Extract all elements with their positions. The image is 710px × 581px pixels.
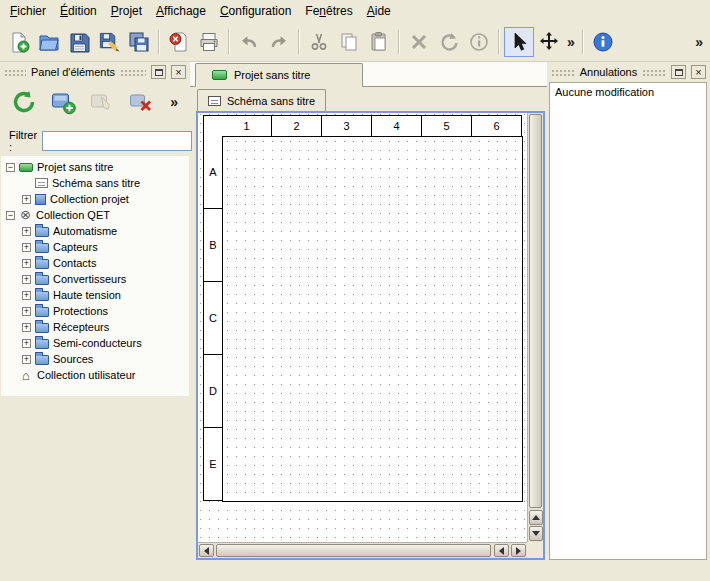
tree-item[interactable]: +Contacts xyxy=(1,255,189,271)
info-icon xyxy=(468,31,490,53)
collapse-icon[interactable]: − xyxy=(6,211,15,220)
elements-panel-titlebar[interactable]: Panel d'éléments × xyxy=(2,64,188,80)
collection-icon xyxy=(35,194,46,205)
save-button[interactable] xyxy=(64,27,94,57)
vertical-scrollbar-thumb[interactable] xyxy=(529,114,542,508)
scroll-down-button[interactable] xyxy=(529,526,543,541)
expand-icon[interactable]: + xyxy=(22,339,31,348)
redo-icon xyxy=(268,31,290,53)
info-button[interactable] xyxy=(464,27,494,57)
save-as-button[interactable] xyxy=(94,27,124,57)
menu-item[interactable]: Fichier xyxy=(3,1,53,21)
move-button[interactable] xyxy=(534,27,564,57)
undo-dock-titlebar[interactable]: Annulations × xyxy=(549,64,708,80)
save-all-button[interactable] xyxy=(124,27,154,57)
expand-icon[interactable]: + xyxy=(22,275,31,284)
about-button[interactable] xyxy=(588,27,618,57)
expand-icon[interactable]: + xyxy=(22,259,31,268)
print-button[interactable] xyxy=(194,27,224,57)
tree-item[interactable]: +Automatisme xyxy=(1,223,189,239)
project-icon xyxy=(212,70,227,80)
tab-diagram[interactable]: Schéma sans titre xyxy=(197,89,326,111)
horizontal-scrollbar-thumb[interactable] xyxy=(216,544,491,557)
menu-item[interactable]: Configuration xyxy=(213,1,298,21)
scroll-left-button-2[interactable] xyxy=(494,544,509,557)
expand-icon[interactable]: + xyxy=(22,291,31,300)
open-button[interactable] xyxy=(34,27,64,57)
new-element-button[interactable] xyxy=(48,87,78,117)
column-header: 4 xyxy=(372,115,422,137)
new-document-button[interactable] xyxy=(4,27,34,57)
scroll-left-button[interactable] xyxy=(199,544,214,557)
vertical-scrollbar[interactable] xyxy=(527,113,543,542)
paste-button[interactable] xyxy=(364,27,394,57)
undo-button[interactable] xyxy=(234,27,264,57)
tree-item[interactable]: +Convertisseurs xyxy=(1,271,189,287)
column-header: 3 xyxy=(322,115,372,137)
dock-float-button[interactable] xyxy=(151,65,166,79)
tree-item-label: Sources xyxy=(53,353,93,365)
cut-button[interactable] xyxy=(304,27,334,57)
status-bar xyxy=(0,562,710,581)
scroll-up-button[interactable] xyxy=(529,510,543,525)
menu-item[interactable]: Aide xyxy=(360,1,398,21)
tree-item[interactable]: ⌂Collection utilisateur xyxy=(1,367,189,383)
select-pointer-button[interactable] xyxy=(504,27,534,57)
diagram-canvas[interactable]: 123456 ABCDE xyxy=(198,113,527,542)
undo-list-item[interactable]: Aucune modification xyxy=(552,85,704,99)
diagram-window: 123456 ABCDE xyxy=(196,111,545,560)
copy-button[interactable] xyxy=(334,27,364,57)
home-icon: ⌂ xyxy=(19,369,33,382)
delete-button[interactable] xyxy=(404,27,434,57)
tree-item-label: Protections xyxy=(53,305,108,317)
edit-element-button[interactable] xyxy=(87,87,117,117)
dock-float-button[interactable] xyxy=(671,65,686,79)
row-header: C xyxy=(203,282,223,355)
menu-item[interactable]: Projet xyxy=(104,1,149,21)
tree-item[interactable]: −Projet sans titre xyxy=(1,159,189,175)
reload-collections-button[interactable] xyxy=(9,87,39,117)
delete-element-button[interactable] xyxy=(126,87,156,117)
tree-item[interactable]: −⊗Collection QET xyxy=(1,207,189,223)
collapse-icon[interactable]: − xyxy=(6,163,15,172)
tree-item[interactable]: +Sources xyxy=(1,351,189,367)
tab-project[interactable]: Projet sans titre xyxy=(195,63,363,87)
tree-item[interactable]: +Capteurs xyxy=(1,239,189,255)
panel-toolbar-overflow-chevron[interactable]: » xyxy=(167,94,181,110)
folder-icon xyxy=(35,227,49,237)
menu-item[interactable]: Fenêtres xyxy=(298,1,359,21)
menu-item[interactable]: Affichage xyxy=(149,1,213,21)
filter-input[interactable] xyxy=(42,131,192,151)
new-element-icon xyxy=(50,89,76,115)
expand-icon[interactable]: + xyxy=(22,243,31,252)
expand-icon[interactable]: + xyxy=(22,195,31,204)
tree-item[interactable]: +Collection projet xyxy=(1,191,189,207)
expand-icon[interactable]: + xyxy=(22,307,31,316)
cut-scissors-icon xyxy=(308,31,330,53)
dock-close-button[interactable]: × xyxy=(691,65,706,79)
tree-item[interactable]: +Semi-conducteurs xyxy=(1,335,189,351)
dock-grip xyxy=(4,68,26,76)
toolbar-extension-chevron[interactable]: » xyxy=(692,34,706,50)
scroll-right-button[interactable] xyxy=(511,544,526,557)
expand-icon[interactable]: + xyxy=(22,323,31,332)
tree-item[interactable]: Schéma sans titre xyxy=(1,175,189,191)
menu-item[interactable]: Édition xyxy=(53,1,104,21)
float-icon xyxy=(155,69,163,76)
horizontal-scrollbar[interactable] xyxy=(198,542,527,558)
dock-close-button[interactable]: × xyxy=(171,65,186,79)
expand-icon[interactable]: + xyxy=(22,355,31,364)
rotate-button[interactable] xyxy=(434,27,464,57)
expand-icon[interactable]: + xyxy=(22,227,31,236)
tree-item[interactable]: +Protections xyxy=(1,303,189,319)
close-document-button[interactable] xyxy=(164,27,194,57)
toolbar-overflow-chevron[interactable]: » xyxy=(564,34,578,50)
tree-item[interactable]: +Haute tension xyxy=(1,287,189,303)
row-header: E xyxy=(203,428,223,501)
scroll-down-icon xyxy=(532,531,540,536)
scroll-left-icon xyxy=(204,547,209,555)
pointer-arrow-icon xyxy=(508,31,530,53)
tree-item[interactable]: +Récepteurs xyxy=(1,319,189,335)
redo-button[interactable] xyxy=(264,27,294,57)
column-header: 5 xyxy=(422,115,472,137)
